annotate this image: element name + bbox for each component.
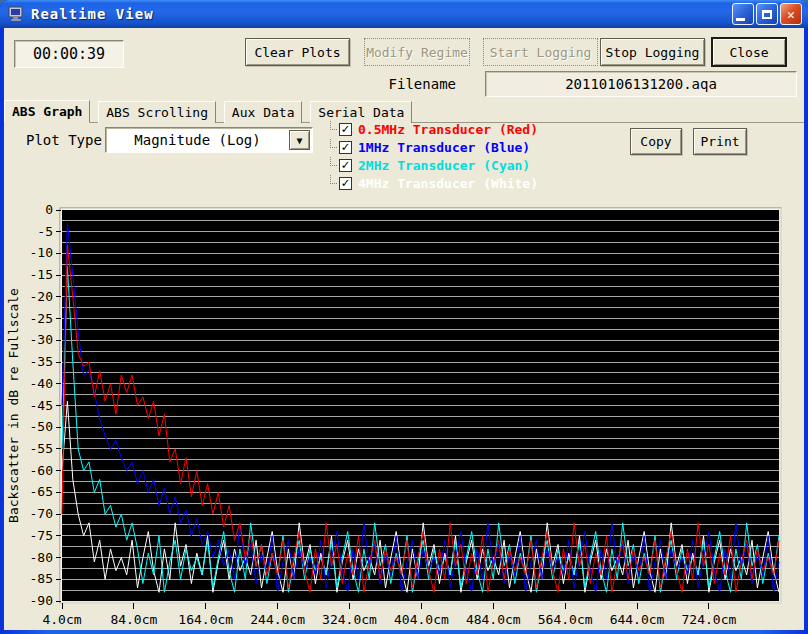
legend-label-1mhz: 1MHz Transducer (Blue): [358, 140, 530, 155]
x-tick-label: 164.0cm: [178, 612, 233, 627]
checkbox-4mhz-transducer[interactable]: ✓: [339, 177, 352, 190]
chart-region: 0-5-10-15-20-25-30-35-40-45-50-55-60-65-…: [4, 195, 804, 630]
window-title: Realtime View: [31, 6, 154, 22]
x-tick-label: 404.0cm: [394, 612, 449, 627]
x-tick-label: 84.0cm: [110, 612, 157, 627]
maximize-button[interactable]: [756, 3, 778, 25]
x-tick-label: 644.0cm: [610, 612, 665, 627]
y-tick-label: -85: [30, 571, 53, 586]
y-tick-label: -90: [30, 593, 53, 608]
y-tick-label: -15: [30, 267, 53, 282]
y-tick-label: -5: [37, 224, 53, 239]
y-tick-label: -80: [30, 550, 53, 565]
y-tick-label: -20: [30, 289, 53, 304]
app-icon: [8, 5, 26, 23]
window-controls: ✕: [732, 3, 802, 25]
y-axis-title: Backscatter in dB re Fullscale: [6, 288, 21, 523]
y-tick-label: -25: [30, 311, 53, 326]
x-tick-label: 4.0cm: [42, 612, 81, 627]
dropdown-arrow-icon[interactable]: ▼: [289, 130, 310, 150]
tab-aux-data[interactable]: Aux Data: [224, 101, 303, 123]
realtime-view-window: Realtime View ✕ 00:00:39 Clear Plots Mod…: [0, 0, 808, 634]
y-tick-label: -10: [30, 245, 53, 260]
legend-label-05mhz: 0.5MHz Transducer (Red): [358, 122, 538, 137]
backscatter-chart: 0-5-10-15-20-25-30-35-40-45-50-55-60-65-…: [4, 195, 804, 630]
copy-button[interactable]: Copy: [630, 128, 682, 155]
client-area: 00:00:39 Clear Plots Modify Regime Start…: [4, 28, 804, 630]
tab-abs-scrolling[interactable]: ABS Scrolling: [98, 101, 216, 123]
legend-row: ✓ 2MHz Transducer (Cyan): [330, 156, 538, 174]
legend-row: ✓ 4MHz Transducer (White): [330, 174, 538, 192]
close-button[interactable]: Close: [711, 37, 787, 67]
legend-label-4mhz: 4MHz Transducer (White): [358, 176, 538, 191]
filename-field[interactable]: 20110106131200.aqa: [485, 71, 797, 97]
y-tick-label: -70: [30, 506, 53, 521]
filename-label: Filename: [344, 76, 456, 92]
y-tick-label: 0: [45, 202, 53, 217]
stop-logging-button[interactable]: Stop Logging: [600, 38, 705, 66]
check-icon: ✓: [342, 122, 350, 135]
checkbox-05mhz-transducer[interactable]: ✓: [339, 123, 352, 136]
checkbox-2mhz-transducer[interactable]: ✓: [339, 159, 352, 172]
elapsed-time-display: 00:00:39: [14, 40, 124, 68]
checkbox-1mhz-transducer[interactable]: ✓: [339, 141, 352, 154]
y-tick-label: -75: [30, 528, 53, 543]
x-tick-label: 724.0cm: [682, 612, 737, 627]
tree-stub-icon: [330, 175, 337, 184]
y-tick-label: -35: [30, 354, 53, 369]
check-icon: ✓: [342, 158, 350, 171]
y-tick-label: -55: [30, 441, 53, 456]
x-tick-label: 244.0cm: [250, 612, 305, 627]
legend-label-2mhz: 2MHz Transducer (Cyan): [358, 158, 530, 173]
legend-row: ✓ 0.5MHz Transducer (Red): [330, 120, 538, 138]
check-icon: ✓: [342, 176, 350, 189]
plot-type-label: Plot Type: [26, 132, 102, 148]
check-icon: ✓: [342, 140, 350, 153]
close-icon: ✕: [787, 8, 795, 21]
y-tick-label: -65: [30, 484, 53, 499]
print-button[interactable]: Print: [693, 128, 747, 155]
y-tick-label: -60: [30, 463, 53, 478]
plot-type-value: Magnitude (Log): [106, 132, 289, 148]
start-logging-button: Start Logging: [483, 38, 598, 66]
x-tick-label: 324.0cm: [322, 612, 377, 627]
x-tick-label: 484.0cm: [466, 612, 521, 627]
y-tick-label: -45: [30, 398, 53, 413]
tree-stub-icon: [330, 139, 337, 148]
transducer-legend: ✓ 0.5MHz Transducer (Red) ✓ 1MHz Transdu…: [330, 120, 538, 192]
minimize-icon: [736, 18, 745, 21]
minimize-button[interactable]: [732, 3, 754, 25]
clear-plots-button[interactable]: Clear Plots: [245, 38, 350, 66]
plot-type-dropdown[interactable]: Magnitude (Log) ▼: [105, 127, 313, 153]
legend-row: ✓ 1MHz Transducer (Blue): [330, 138, 538, 156]
tree-stub-icon: [330, 121, 337, 130]
close-window-button[interactable]: ✕: [780, 3, 802, 25]
maximize-icon: [762, 10, 772, 19]
y-tick-label: -50: [30, 419, 53, 434]
y-tick-label: -40: [30, 376, 53, 391]
tab-abs-graph[interactable]: ABS Graph: [4, 100, 90, 123]
y-tick-label: -30: [30, 332, 53, 347]
title-bar[interactable]: Realtime View ✕: [0, 0, 808, 28]
tree-stub-icon: [330, 157, 337, 166]
modify-regime-button: Modify Regime: [364, 38, 470, 66]
x-tick-label: 564.0cm: [538, 612, 593, 627]
